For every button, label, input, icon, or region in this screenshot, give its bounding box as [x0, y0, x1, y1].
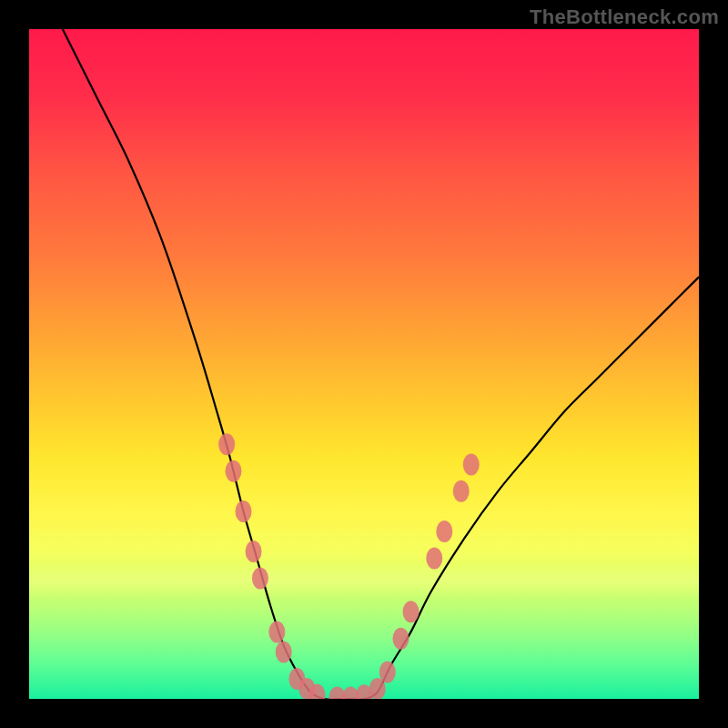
- watermark-text: TheBottleneck.com: [530, 5, 719, 29]
- marker-point: [463, 453, 480, 475]
- marker-point: [218, 433, 235, 455]
- marker-point: [453, 480, 470, 502]
- chart-frame: TheBottleneck.com: [0, 0, 728, 728]
- marker-point: [236, 500, 252, 522]
- marker-point: [436, 521, 452, 542]
- marker-point: [225, 460, 241, 482]
- marker-point: [392, 628, 409, 650]
- marker-point: [252, 568, 268, 590]
- plot-area: [29, 29, 699, 699]
- marker-point: [379, 662, 396, 683]
- marker-point: [246, 541, 262, 562]
- marker-point: [403, 601, 420, 622]
- marker-point: [426, 547, 442, 569]
- marker-point: [276, 641, 292, 662]
- curve-layer: [29, 29, 699, 699]
- marker-group: [218, 433, 480, 699]
- bottleneck-curve: [63, 29, 699, 699]
- marker-point: [268, 621, 285, 642]
